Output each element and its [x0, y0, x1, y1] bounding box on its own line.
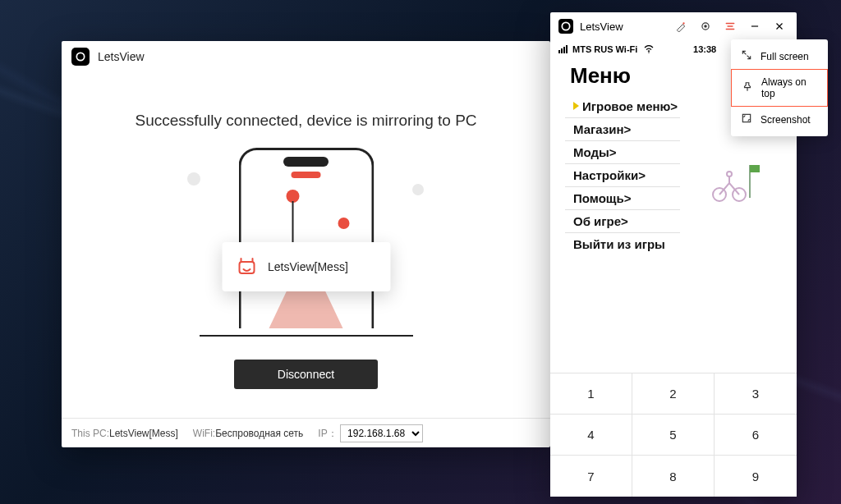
- ip-label: IP：: [318, 428, 337, 439]
- close-button[interactable]: [770, 17, 788, 35]
- device-window-title: LetsView: [580, 21, 623, 33]
- keypad-key[interactable]: 9: [715, 456, 797, 497]
- svg-point-3: [682, 22, 684, 24]
- decorative-dot: [412, 184, 424, 195]
- svg-rect-11: [750, 165, 760, 172]
- main-body: Successfully connected, device is mirror…: [62, 72, 550, 418]
- disconnect-button[interactable]: Disconnect: [234, 360, 378, 389]
- popup-item-fullscreen[interactable]: Full screen: [731, 43, 828, 70]
- svg-point-6: [649, 52, 650, 53]
- decorative-flower: [286, 190, 299, 203]
- keypad-key[interactable]: 8: [632, 456, 715, 497]
- decorative-flower: [338, 218, 349, 229]
- record-icon[interactable]: [696, 17, 715, 35]
- this-pc-label: This PC:: [71, 428, 109, 439]
- game-menu-item[interactable]: Игровое меню>: [565, 95, 680, 118]
- decorative-pill: [292, 172, 321, 178]
- device-titlebar: LetsView: [550, 12, 797, 40]
- this-pc-field: This PC:LetsView[Mess]: [71, 428, 178, 439]
- pin-icon: [742, 81, 753, 95]
- keypad-key[interactable]: 3: [715, 373, 797, 415]
- decorative-dot: [187, 172, 200, 186]
- phone-frame-graphic: [238, 148, 374, 328]
- minimize-button[interactable]: [746, 17, 764, 35]
- wifi-label: WiFi:: [193, 428, 215, 439]
- screenshot-icon: [741, 112, 752, 126]
- main-statusbar: This PC:LetsView[Mess] WiFi:Беспроводная…: [62, 418, 550, 447]
- app-logo-icon: [71, 48, 90, 66]
- main-titlebar: LetsView: [62, 41, 550, 72]
- game-menu-item[interactable]: Настройки>: [565, 164, 680, 187]
- popup-item-label: Always on top: [761, 76, 817, 99]
- game-menu-item[interactable]: Моды>: [565, 141, 680, 164]
- cast-tv-icon: [237, 257, 256, 277]
- game-menu-item[interactable]: Помощь>: [565, 187, 680, 210]
- keypad-key[interactable]: 5: [632, 415, 715, 456]
- popup-item-label: Full screen: [761, 51, 809, 62]
- game-menu-item[interactable]: Магазин>: [565, 118, 680, 141]
- main-window-title: LetsView: [98, 50, 145, 63]
- cast-device-name: LetsView[Mess]: [268, 260, 348, 273]
- svg-rect-12: [742, 114, 750, 121]
- signal-bars-icon: [558, 45, 568, 53]
- draw-tool-icon[interactable]: [672, 17, 690, 35]
- svg-point-0: [76, 53, 84, 60]
- popup-item-label: Screenshot: [761, 114, 811, 126]
- carrier-text: MTS RUS Wi-Fi: [572, 44, 637, 54]
- ip-field: IP： 192.168.1.68: [318, 424, 423, 442]
- keypad: 123456789: [550, 373, 797, 497]
- keypad-key[interactable]: 2: [632, 373, 715, 415]
- connection-status-text: Successfully connected, device is mirror…: [78, 112, 534, 130]
- svg-point-9: [727, 172, 732, 176]
- game-menu-item[interactable]: Об игре>: [565, 210, 680, 233]
- app-logo-icon: [558, 19, 573, 34]
- options-popup: Full screenAlways on topScreenshot: [731, 39, 828, 136]
- svg-point-2: [562, 22, 569, 30]
- fullscreen-icon: [741, 49, 752, 63]
- wifi-field: WiFi:Беспроводная сеть: [193, 428, 304, 439]
- ip-select[interactable]: 192.168.1.68: [340, 424, 423, 442]
- popup-item-pin[interactable]: Always on top: [731, 69, 828, 107]
- popup-item-screenshot[interactable]: Screenshot: [731, 106, 828, 133]
- keypad-key[interactable]: 7: [550, 456, 632, 497]
- decorative-baseline: [200, 335, 413, 337]
- hamburger-menu-icon[interactable]: [721, 17, 739, 35]
- this-pc-value: LetsView[Mess]: [109, 428, 178, 439]
- main-window: LetsView Successfully connected, device …: [62, 41, 550, 447]
- cast-device-card[interactable]: LetsView[Mess]: [222, 242, 390, 291]
- keypad-key[interactable]: 4: [550, 415, 632, 456]
- bike-finish-illustration: [705, 160, 762, 205]
- phone-illustration: LetsView[Mess]: [220, 148, 393, 337]
- keypad-key[interactable]: 1: [550, 373, 632, 415]
- wifi-icon: [644, 45, 654, 53]
- game-menu-item[interactable]: Выйти из игры: [565, 233, 680, 255]
- svg-point-5: [704, 25, 707, 28]
- wifi-value: Беспроводная сеть: [215, 428, 303, 439]
- keypad-key[interactable]: 6: [715, 415, 797, 456]
